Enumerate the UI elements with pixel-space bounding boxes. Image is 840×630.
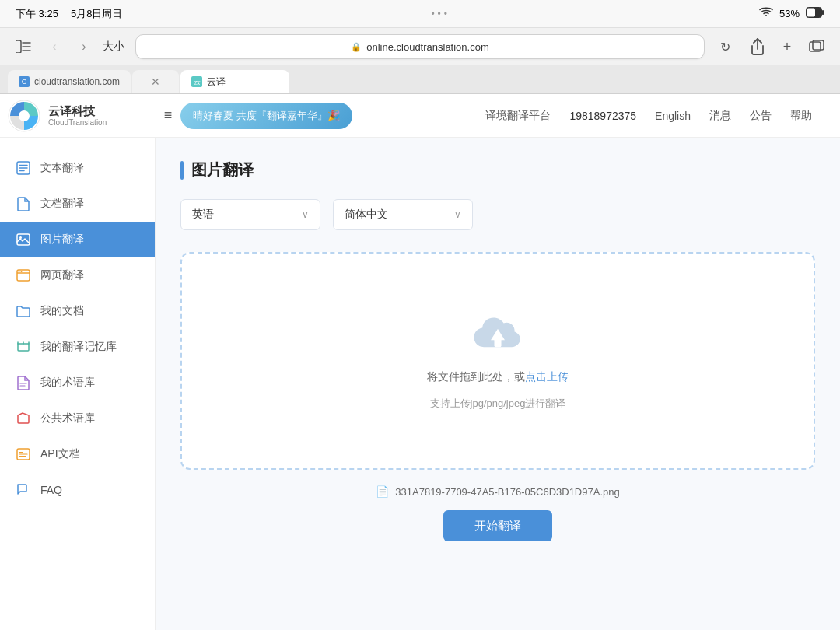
webpage-translate-icon	[16, 268, 31, 283]
main-content: 图片翻译 英语 ∨ 简体中文 ∨	[156, 138, 840, 630]
termbase-icon	[16, 375, 31, 390]
browser-toolbar: ‹ › 大小 🔒 online.cloudtranslation.com ↻ +	[0, 28, 840, 65]
browser-chrome: ‹ › 大小 🔒 online.cloudtranslation.com ↻ +	[0, 28, 840, 94]
url-bar[interactable]: 🔒 online.cloudtranslation.com	[135, 34, 705, 59]
tab-favicon-1: C	[19, 76, 30, 87]
upload-area[interactable]: 将文件拖到此处，或点击上传 支持上传jpg/png/jpeg进行翻译	[180, 252, 815, 470]
nav-phone[interactable]: 19818972375	[569, 110, 636, 122]
status-left: 下午 3:25 5月8日周日	[16, 7, 122, 21]
nav-announcements[interactable]: 公告	[750, 109, 772, 123]
tabs-overview-button[interactable]	[804, 34, 829, 59]
translate-button[interactable]: 开始翻译	[443, 510, 552, 541]
browser-actions: +	[745, 34, 829, 59]
sidebar-label-image: 图片翻译	[40, 233, 84, 247]
sidebar-item-memory[interactable]: 我的翻译记忆库	[0, 329, 155, 365]
target-language-select[interactable]: 简体中文 ∨	[333, 199, 473, 230]
language-selectors: 英语 ∨ 简体中文 ∨	[180, 199, 815, 230]
full-app: 云译科技 CloudTranslation ≡ 晴好春夏 共度『翻译嘉年华』🎉 …	[0, 94, 840, 630]
sidebar-item-api[interactable]: API文档	[0, 436, 155, 472]
battery-icon	[806, 7, 824, 20]
date: 5月8日周日	[71, 7, 122, 21]
time: 下午 3:25	[16, 7, 58, 21]
sidebar-item-faq[interactable]: FAQ	[0, 472, 155, 508]
target-lang-chevron: ∨	[454, 209, 461, 220]
logo-circle	[8, 100, 40, 132]
svg-point-20	[21, 271, 23, 272]
file-icon: 📄	[376, 485, 389, 498]
api-icon	[16, 446, 31, 462]
memory-icon	[16, 339, 31, 355]
sidebar-item-termbase[interactable]: 我的术语库	[0, 365, 155, 401]
tab-label-1: cloudtranslation.com	[34, 76, 120, 87]
size-label: 大小	[103, 40, 124, 54]
sidebar-item-pubterm[interactable]: 公共术语库	[0, 401, 155, 436]
nav-platform[interactable]: 译境翻译平台	[485, 109, 551, 123]
back-button[interactable]: ‹	[44, 36, 65, 58]
sidebar-label-termbase: 我的术语库	[40, 376, 95, 390]
forward-button[interactable]: ›	[73, 36, 95, 58]
svg-point-19	[19, 271, 20, 272]
url-text: online.cloudtranslation.com	[366, 41, 489, 53]
sidebar-item-mydocs[interactable]: 我的文档	[0, 293, 155, 329]
app-header: 云译科技 CloudTranslation ≡ 晴好春夏 共度『翻译嘉年华』🎉 …	[0, 94, 840, 138]
tab-label-3: 云译	[207, 75, 226, 89]
battery-label: 53%	[779, 8, 800, 19]
tab-empty[interactable]: ✕	[132, 70, 179, 93]
logo-cn: 云译科技	[48, 104, 107, 118]
source-lang-chevron: ∨	[302, 209, 309, 220]
logo-en: CloudTranslation	[48, 118, 107, 128]
browser-tabs: C cloudtranslation.com ✕ 云 云译	[0, 65, 840, 93]
sidebar-toggle-button[interactable]	[11, 34, 36, 59]
upload-hint: 支持上传jpg/png/jpeg进行翻译	[430, 397, 566, 411]
sidebar-label-text: 文本翻译	[40, 161, 84, 175]
header-nav: 译境翻译平台 19818972375 English 消息 公告 帮助	[485, 109, 828, 123]
sidebar-label-memory: 我的翻译记忆库	[40, 340, 117, 354]
document-translate-icon	[16, 196, 31, 212]
hamburger-button[interactable]: ≡	[156, 103, 180, 128]
file-info: 📄 331A7819-7709-47A5-B176-05C6D3D1D97A.p…	[180, 485, 815, 498]
sidebar-item-image[interactable]: 图片翻译	[0, 222, 155, 257]
promo-banner[interactable]: 晴好春夏 共度『翻译嘉年华』🎉	[180, 103, 352, 129]
tab-yunyue[interactable]: 云 云译	[180, 70, 289, 93]
share-button[interactable]	[745, 34, 770, 59]
status-bar: 下午 3:25 5月8日周日 ••• 53%	[0, 0, 840, 28]
faq-icon	[16, 482, 31, 498]
target-lang-label: 简体中文	[345, 208, 388, 222]
upload-cloud-icon	[470, 311, 526, 358]
sidebar-label-document: 文档翻译	[40, 197, 84, 211]
upload-link[interactable]: 点击上传	[525, 370, 569, 383]
image-translate-icon	[16, 232, 31, 247]
sidebar: 文本翻译 文档翻译 图片翻译 网页翻译	[0, 138, 156, 630]
sidebar-label-mydocs: 我的文档	[40, 304, 84, 318]
status-right: 53%	[759, 7, 824, 20]
logo-text: 云译科技 CloudTranslation	[48, 104, 107, 128]
wifi-icon	[759, 7, 773, 20]
pubterm-icon	[16, 411, 31, 426]
promo-text: 晴好春夏 共度『翻译嘉年华』🎉	[193, 109, 340, 123]
source-language-select[interactable]: 英语 ∨	[180, 199, 320, 230]
text-translate-icon	[16, 160, 31, 176]
tab-cloudtranslation[interactable]: C cloudtranslation.com	[8, 70, 131, 93]
sidebar-item-webpage[interactable]: 网页翻译	[0, 257, 155, 293]
sidebar-label-pubterm: 公共术语库	[40, 411, 95, 425]
sidebar-item-text[interactable]: 文本翻译	[0, 150, 155, 186]
upload-main-text: 将文件拖到此处，或	[427, 370, 525, 383]
page-title: 图片翻译	[191, 159, 254, 180]
nav-language[interactable]: English	[655, 110, 691, 122]
sidebar-item-document[interactable]: 文档翻译	[0, 186, 155, 222]
nav-messages[interactable]: 消息	[709, 109, 731, 123]
upload-text: 将文件拖到此处，或点击上传	[427, 367, 569, 387]
source-lang-label: 英语	[192, 208, 214, 222]
sidebar-label-faq: FAQ	[40, 484, 62, 496]
nav-help[interactable]: 帮助	[790, 109, 812, 123]
reload-button[interactable]: ↻	[712, 34, 737, 59]
lock-icon: 🔒	[351, 42, 362, 52]
mydocs-icon	[16, 303, 31, 319]
sidebar-label-api: API文档	[40, 447, 80, 461]
tab-close-icon[interactable]: ✕	[151, 75, 160, 88]
file-name: 331A7819-7709-47A5-B176-05C6D3D1D97A.png	[395, 486, 619, 498]
svg-rect-2	[822, 10, 824, 15]
svg-rect-3	[16, 40, 21, 53]
add-tab-button[interactable]: +	[775, 34, 800, 59]
content-area: 文本翻译 文档翻译 图片翻译 网页翻译	[0, 138, 840, 630]
